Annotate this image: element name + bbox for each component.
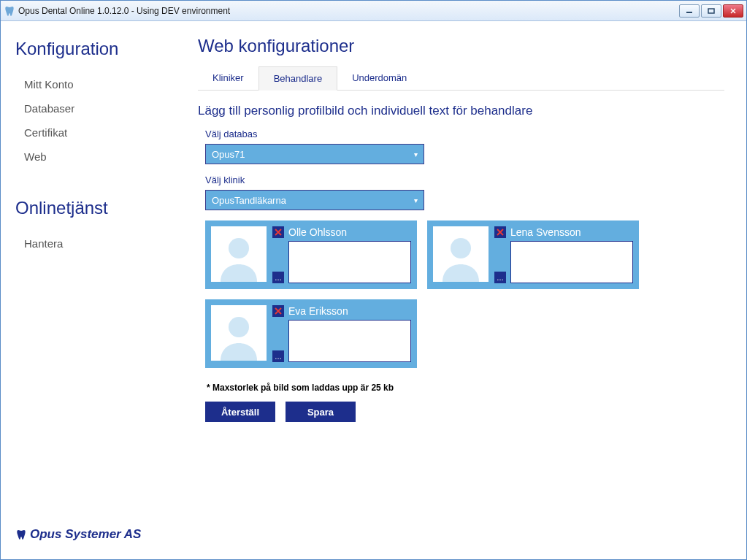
- app-window: Opus Dental Online 1.0.12.0 - Using DEV …: [0, 0, 747, 560]
- practitioner-name: Olle Ohlsson: [288, 226, 347, 238]
- save-button[interactable]: Spara: [286, 402, 356, 422]
- minimize-button[interactable]: [679, 4, 700, 18]
- tab-kliniker[interactable]: Kliniker: [198, 66, 258, 90]
- browse-button[interactable]: …: [494, 272, 506, 283]
- main-content: Web konfigurationer Kliniker Behandlare …: [176, 21, 746, 559]
- sidebar-heading-online: Onlinetjänst: [15, 198, 161, 218]
- browse-button[interactable]: …: [272, 272, 284, 283]
- titlebar: Opus Dental Online 1.0.12.0 - Using DEV …: [1, 1, 746, 21]
- db-label: Välj databas: [205, 129, 724, 139]
- delete-icon[interactable]: [272, 226, 284, 238]
- footer-logo: Opus Systemer AS: [15, 527, 161, 542]
- practitioner-name: Lena Svensson: [510, 226, 581, 238]
- sidebar-heading-config: Konfiguration: [15, 39, 161, 59]
- svg-point-2: [229, 238, 249, 258]
- sidebar: Konfiguration Mitt Konto Databaser Certi…: [1, 21, 176, 559]
- sidebar-item-databaser[interactable]: Databaser: [15, 96, 161, 120]
- clinic-label: Välj klinik: [205, 174, 724, 185]
- practitioner-card: Lena Svensson …: [427, 220, 639, 289]
- close-button[interactable]: [723, 4, 743, 18]
- sidebar-item-web[interactable]: Web: [15, 145, 161, 169]
- practitioner-card: Olle Ohlsson …: [205, 220, 417, 289]
- maximize-button[interactable]: [701, 4, 721, 18]
- practitioner-cards: Olle Ohlsson …: [205, 220, 724, 368]
- delete-icon[interactable]: [272, 305, 284, 317]
- sidebar-item-certifikat[interactable]: Certifikat: [15, 120, 161, 145]
- clinic-select[interactable]: OpusTandläkarna ▾: [205, 190, 424, 210]
- app-icon: [4, 5, 15, 17]
- tab-behandlare[interactable]: Behandlare: [258, 66, 338, 91]
- chevron-down-icon: ▾: [414, 150, 418, 158]
- practitioner-card: Eva Eriksson …: [205, 299, 417, 368]
- avatar[interactable]: [433, 226, 489, 282]
- sidebar-item-hantera[interactable]: Hantera: [15, 231, 161, 256]
- section-subtitle: Lägg till personlig profilbild och indiv…: [198, 104, 724, 118]
- avatar[interactable]: [211, 305, 267, 361]
- svg-point-4: [229, 317, 249, 337]
- page-title: Web konfigurationer: [198, 36, 724, 56]
- svg-point-3: [451, 238, 471, 258]
- svg-rect-0: [686, 12, 692, 13]
- upload-note: * Maxstorlek på bild som laddas upp är 2…: [207, 383, 724, 393]
- db-select[interactable]: Opus71 ▾: [205, 144, 424, 164]
- tabs: Kliniker Behandlare Underdomän: [198, 66, 724, 91]
- practitioner-text-input[interactable]: [288, 320, 411, 362]
- browse-button[interactable]: …: [272, 350, 284, 362]
- delete-icon[interactable]: [494, 226, 506, 238]
- avatar[interactable]: [211, 226, 267, 282]
- practitioner-text-input[interactable]: [288, 241, 411, 283]
- svg-rect-1: [708, 9, 714, 13]
- reset-button[interactable]: Återställ: [205, 402, 275, 422]
- practitioner-text-input[interactable]: [510, 241, 633, 283]
- sidebar-item-mitt-konto[interactable]: Mitt Konto: [15, 72, 161, 96]
- practitioner-name: Eva Eriksson: [288, 305, 348, 317]
- window-title: Opus Dental Online 1.0.12.0 - Using DEV …: [18, 6, 679, 16]
- tab-underdoman[interactable]: Underdomän: [337, 66, 421, 90]
- chevron-down-icon: ▾: [414, 196, 418, 204]
